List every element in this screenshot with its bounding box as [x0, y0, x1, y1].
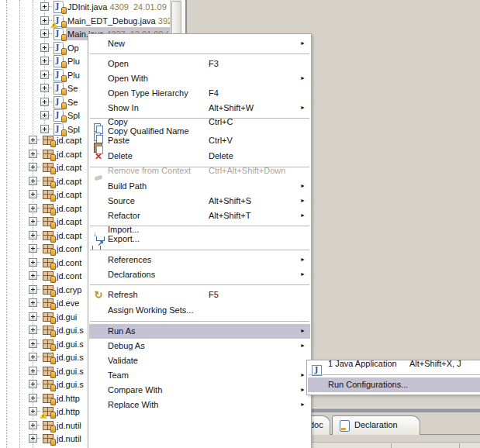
- menu-item-validate[interactable]: Validate: [88, 353, 311, 368]
- java-file-icon: J: [53, 109, 65, 122]
- submenu-arrow-icon: ►: [300, 105, 306, 110]
- tree-connector: [37, 357, 40, 357]
- menu-item-run-as[interactable]: Run As►: [88, 324, 311, 339]
- tab-label: Declaration: [354, 420, 398, 429]
- expand-icon[interactable]: [29, 394, 37, 402]
- expand-icon[interactable]: [40, 125, 49, 133]
- expand-icon[interactable]: [29, 353, 37, 361]
- menu-item-label: Open: [108, 59, 129, 68]
- tree-item-label: jd.capt: [57, 136, 81, 145]
- menu-item-shortcut: F4: [209, 88, 219, 98]
- menu-item-run-configurations[interactable]: Run Configurations...: [307, 377, 480, 392]
- horizontal-scrollbar[interactable]: [292, 442, 480, 448]
- expand-icon[interactable]: [29, 421, 37, 429]
- submenu-arrow-icon: ►: [300, 328, 306, 333]
- expand-icon[interactable]: [29, 150, 37, 158]
- expand-icon[interactable]: [40, 71, 49, 79]
- expand-icon[interactable]: [40, 84, 49, 92]
- package-icon: [42, 351, 54, 364]
- tree-connector: [49, 129, 52, 129]
- lock-overlay-icon: [50, 384, 56, 391]
- expand-icon[interactable]: [29, 434, 37, 443]
- expand-icon[interactable]: [29, 298, 37, 307]
- view-content-background: [292, 435, 480, 442]
- tree-connector: [49, 74, 52, 75]
- menu-item-debug-as[interactable]: Debug As►: [88, 339, 311, 353]
- menu-item-export[interactable]: ↗Export...: [88, 232, 311, 247]
- menu-item-1-java-application[interactable]: J1 Java ApplicationAlt+Shift+X, J: [307, 357, 480, 372]
- menu-item-references[interactable]: References►: [88, 253, 311, 267]
- package-icon: [42, 215, 54, 228]
- expand-icon[interactable]: [29, 204, 37, 212]
- menu-item-refactor[interactable]: RefactorAlt+Shift+T►: [88, 208, 311, 223]
- package-icon: [42, 405, 54, 418]
- tree-connector: [37, 438, 40, 439]
- expand-icon[interactable]: [29, 339, 37, 348]
- expand-icon[interactable]: [29, 177, 37, 185]
- expand-icon[interactable]: [29, 163, 37, 171]
- expand-icon[interactable]: [40, 16, 49, 25]
- expand-icon[interactable]: [40, 29, 49, 38]
- expand-icon[interactable]: [29, 367, 37, 375]
- expand-icon[interactable]: [29, 312, 37, 321]
- expand-icon[interactable]: [29, 136, 37, 144]
- menu-item-shortcut: Alt+Shift+S: [209, 196, 251, 205]
- expand-icon[interactable]: [40, 111, 49, 119]
- package-icon: [42, 161, 54, 174]
- bottom-view-panel: doc Declaration: [292, 408, 480, 448]
- tree-item-jdinit-java-0[interactable]: JJDInit.java 4309 24.01.09: [0, 0, 170, 14]
- java-file-icon: J: [53, 28, 65, 40]
- expand-icon[interactable]: [29, 244, 37, 253]
- tree-connector: [37, 194, 40, 195]
- menu-item-label: Delete: [108, 151, 133, 160]
- tree-item-label: jd.cryp: [57, 285, 81, 295]
- tab-declaration[interactable]: Declaration: [332, 415, 420, 435]
- menu-item-show-in[interactable]: Show InAlt+Shift+W►: [88, 101, 311, 115]
- menu-item-source[interactable]: SourceAlt+Shift+S►: [88, 194, 311, 208]
- menu-item-label: Compare With: [108, 385, 162, 395]
- menu-item-build-path[interactable]: Build Path►: [88, 179, 311, 194]
- menu-item-replace-with[interactable]: Replace With►: [88, 398, 311, 412]
- expand-icon[interactable]: [29, 285, 37, 294]
- expand-icon[interactable]: [40, 2, 49, 11]
- expand-icon[interactable]: [29, 217, 37, 226]
- tree-item-label: Se: [67, 84, 78, 93]
- package-icon: [42, 243, 54, 255]
- java-file-icon: J: [53, 1, 65, 13]
- lock-overlay-icon: [50, 167, 56, 174]
- menu-item-refresh[interactable]: ↻RefreshF5: [88, 288, 311, 303]
- expand-icon[interactable]: [29, 190, 37, 198]
- tree-item-label: jd.cont: [57, 271, 81, 281]
- menu-item-open-with[interactable]: Open With►: [88, 71, 311, 86]
- tree-item-label: jd.capt: [57, 217, 81, 226]
- expand-icon[interactable]: [29, 380, 37, 388]
- menu-item-open[interactable]: OpenF3: [88, 57, 311, 71]
- menu-item-assign-working-sets[interactable]: Assign Working Sets...: [88, 303, 311, 319]
- lock-overlay-icon: [61, 7, 67, 14]
- expand-icon[interactable]: [29, 271, 37, 280]
- expand-icon[interactable]: [40, 57, 49, 65]
- expand-icon[interactable]: [40, 43, 49, 52]
- menu-item-open-type-hierarchy[interactable]: Open Type HierarchyF4: [88, 86, 311, 101]
- menu-item-label: 1 Java Application: [328, 359, 397, 368]
- tree-item-label: jd.capt: [57, 231, 81, 240]
- menu-item-compare-with[interactable]: Compare With►: [88, 383, 311, 398]
- tree-item-label: jd.capt: [57, 163, 81, 172]
- expand-icon[interactable]: [29, 326, 37, 334]
- menu-item-new[interactable]: New►: [88, 36, 311, 51]
- menu-item-declarations[interactable]: Declarations►: [88, 267, 311, 282]
- menu-item-team[interactable]: Team►: [88, 368, 311, 383]
- expand-icon[interactable]: [29, 231, 37, 240]
- tree-item-main-edt-debug-java-1[interactable]: JMain_EDT_Debug.java 392: [0, 14, 170, 28]
- menu-item-paste[interactable]: PasteCtrl+V: [88, 133, 311, 149]
- expand-icon[interactable]: [29, 258, 37, 267]
- java-file-icon: J: [53, 55, 65, 67]
- package-icon: [42, 365, 54, 377]
- expand-icon[interactable]: [40, 98, 49, 106]
- menu-item-label: Open Type Hierarchy: [108, 88, 188, 98]
- lock-overlay-icon: [50, 357, 56, 364]
- menu-item-shortcut: Delete: [209, 151, 233, 160]
- expand-icon[interactable]: [29, 407, 37, 415]
- submenu-arrow-icon: ►: [300, 343, 306, 348]
- menu-item-delete[interactable]: ✕DeleteDelete: [88, 149, 311, 164]
